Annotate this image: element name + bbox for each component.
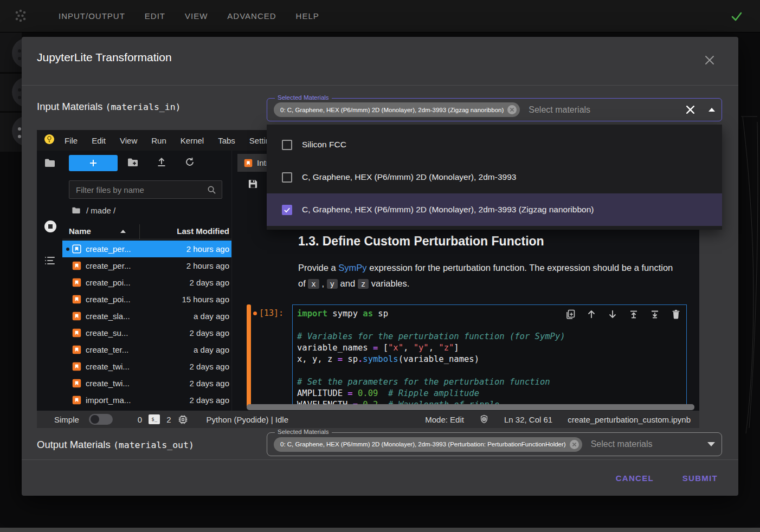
- sort-asc-icon[interactable]: [120, 230, 126, 233]
- simple-mode-toggle[interactable]: [89, 414, 113, 425]
- file-row[interactable]: import_ma...2 days ago: [62, 392, 231, 408]
- kernel-count[interactable]: 2: [166, 415, 171, 424]
- column-name[interactable]: Name: [69, 226, 91, 236]
- notebook-file-icon: [72, 328, 81, 338]
- cell-collapser[interactable]: [247, 304, 251, 407]
- table-of-contents-tab-icon[interactable]: [44, 255, 56, 269]
- app-menu-view[interactable]: VIEW: [185, 11, 208, 21]
- sympy-link[interactable]: SymPy: [338, 263, 366, 273]
- jupyter-menu-tabs[interactable]: Tabs: [218, 136, 235, 145]
- checkbox-icon[interactable]: [282, 172, 292, 183]
- app-menu-input-output[interactable]: INPUT/OUTPUT: [59, 11, 125, 21]
- material-option[interactable]: Silicon FCC: [267, 128, 722, 161]
- save-icon[interactable]: [248, 179, 258, 191]
- move-cell-up-icon[interactable]: [587, 309, 596, 319]
- notebook-file-icon: [72, 379, 81, 388]
- checkbox-checked-icon[interactable]: [282, 205, 292, 215]
- page-scrollbar[interactable]: [0, 528, 760, 532]
- check-icon[interactable]: [730, 9, 744, 25]
- upload-icon[interactable]: [156, 157, 167, 170]
- code-line: variable_names = ["x", "y", "z"]: [297, 342, 682, 354]
- folder-icon: [72, 206, 81, 215]
- material-option-label: C, Graphene, HEX (P6/mmm) 2D (Monolayer)…: [302, 205, 594, 215]
- close-icon[interactable]: [704, 54, 716, 66]
- jupyterlite-logo-icon: [44, 134, 55, 147]
- search-icon: [207, 185, 216, 194]
- jupyter-status-bar: Simple 0 $_ 2 Python (Pyodide) | Idle Mo…: [37, 411, 699, 428]
- app-menu-help[interactable]: HELP: [296, 11, 319, 21]
- field-label: Selected Materials: [275, 429, 332, 435]
- breadcrumb[interactable]: / made /: [72, 206, 115, 215]
- app-top-bar: INPUT/OUTPUTEDITVIEWADVANCEDHELP: [0, 0, 760, 33]
- file-modified: 2 days ago: [190, 395, 229, 405]
- file-browser-tab-icon[interactable]: [44, 157, 56, 171]
- refresh-icon[interactable]: [184, 157, 195, 170]
- jupyter-menu-run[interactable]: Run: [151, 136, 166, 145]
- new-launcher-button[interactable]: [69, 155, 118, 171]
- notebook-file-icon: [72, 345, 81, 354]
- trust-shield-icon[interactable]: [479, 414, 489, 424]
- inline-code-z: z: [358, 279, 369, 289]
- duplicate-cell-icon[interactable]: [565, 309, 575, 319]
- file-row[interactable]: create_su...2 days ago: [62, 325, 231, 341]
- insert-cell-below-icon[interactable]: [650, 309, 660, 319]
- code-line: x, y, z = sp.symbols(variable_names): [297, 354, 682, 365]
- file-row[interactable]: create_ter...a day ago: [62, 341, 231, 358]
- file-name: create_twi...: [86, 362, 130, 371]
- input-materials-select[interactable]: Selected Materials 0: C, Graphene, HEX (…: [267, 98, 722, 121]
- material-chip[interactable]: 0: C, Graphene, HEX (P6/mmm) 2D (Monolay…: [274, 437, 582, 452]
- file-row[interactable]: create_per...2 hours ago: [62, 241, 231, 257]
- kernel-chip-icon[interactable]: [178, 414, 188, 425]
- delete-cell-icon[interactable]: [671, 309, 681, 319]
- cell-execution-prompt: [13]:: [253, 308, 284, 318]
- remove-chip-icon[interactable]: [570, 440, 579, 449]
- insert-cell-above-icon[interactable]: [629, 309, 639, 319]
- running-sessions-tab-icon[interactable]: [44, 220, 57, 235]
- material-chip[interactable]: 0: C, Graphene, HEX (P6/mmm) 2D (Monolay…: [274, 102, 520, 117]
- terminal-icon[interactable]: $_: [149, 414, 160, 424]
- cursor-position[interactable]: Ln 32, Col 61: [504, 415, 552, 424]
- app-logo-dots-icon: [13, 9, 28, 24]
- drag-dot-icon: [18, 127, 21, 131]
- file-row[interactable]: create_twi...2 days ago: [62, 375, 231, 392]
- material-option[interactable]: C, Graphene, HEX (P6/mmm) 2D (Monolayer)…: [267, 161, 722, 193]
- file-name: create_per...: [86, 261, 131, 270]
- material-option[interactable]: C, Graphene, HEX (P6/mmm) 2D (Monolayer)…: [267, 193, 722, 226]
- kernel-status[interactable]: Python (Pyodide) | Idle: [207, 415, 288, 424]
- code-editor[interactable]: import sympy as sp # Variables for the p…: [292, 304, 687, 407]
- expand-dropdown-icon[interactable]: [707, 442, 715, 446]
- file-row[interactable]: create_poi...2 days ago: [62, 274, 231, 291]
- file-row[interactable]: create_sla...a day ago: [62, 308, 231, 325]
- cancel-button[interactable]: CANCEL: [613, 470, 657, 485]
- jupyter-menu-file[interactable]: File: [65, 136, 78, 145]
- toggle-knob: [91, 415, 99, 424]
- filter-placeholder: Filter files by name: [76, 185, 207, 194]
- field-label: Selected Materials: [275, 94, 332, 101]
- move-cell-down-icon[interactable]: [608, 309, 617, 319]
- app-menu-edit[interactable]: EDIT: [145, 11, 165, 21]
- checkbox-icon[interactable]: [282, 140, 292, 150]
- jupyter-menu-edit[interactable]: Edit: [92, 136, 106, 145]
- remove-chip-icon[interactable]: [507, 105, 517, 114]
- collapse-dropdown-icon[interactable]: [709, 108, 715, 112]
- clear-selection-icon[interactable]: [685, 105, 695, 115]
- select-materials-placeholder[interactable]: Select materials: [591, 439, 653, 449]
- notebook-file-icon: [72, 278, 81, 287]
- new-folder-icon[interactable]: [127, 157, 139, 171]
- horizontal-scrollbar[interactable]: [247, 404, 694, 410]
- code-line: AMPLITUDE = 0.09 # Ripple amplitude: [297, 388, 682, 399]
- terminal-count[interactable]: 0: [138, 415, 142, 424]
- filter-files-input[interactable]: Filter files by name: [69, 180, 222, 199]
- file-row[interactable]: create_twi...2 days ago: [62, 358, 231, 375]
- submit-button[interactable]: SUBMIT: [679, 470, 721, 485]
- jupyter-menu-kernel[interactable]: Kernel: [181, 136, 204, 145]
- column-last-modified[interactable]: Last Modified: [177, 226, 229, 236]
- file-row[interactable]: create_poi...15 hours ago: [62, 291, 231, 308]
- jupyter-menu-view[interactable]: View: [120, 136, 137, 145]
- file-name: create_per...: [86, 244, 131, 254]
- app-menu-advanced[interactable]: ADVANCED: [227, 11, 276, 21]
- select-materials-placeholder[interactable]: Select materials: [529, 105, 590, 115]
- output-materials-variable: (materials_out): [113, 440, 194, 450]
- output-materials-select[interactable]: Selected Materials 0: C, Graphene, HEX (…: [267, 432, 722, 456]
- file-row[interactable]: create_per...2 hours ago: [62, 257, 231, 274]
